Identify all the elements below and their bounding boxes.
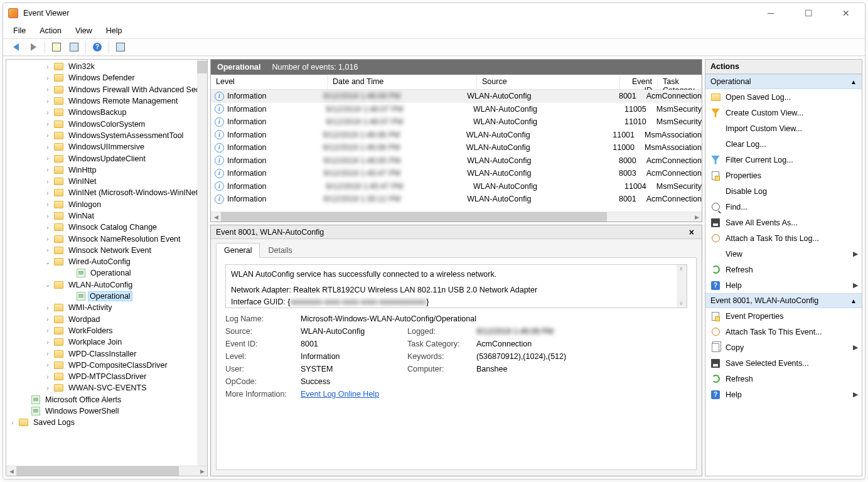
tree-item[interactable]: ›Wordpad (6, 314, 207, 325)
tree-item[interactable]: Operational (6, 291, 207, 302)
toolbar-btn-1[interactable] (49, 40, 64, 54)
help-button[interactable]: ? (90, 40, 105, 54)
column-header-eventid[interactable]: Event ID (620, 75, 658, 89)
action-item[interactable]: Properties (705, 168, 862, 183)
tree-item[interactable]: ›Winsock NameResolution Event (6, 233, 207, 244)
tree-item[interactable]: ›WindowsUpdateClient (6, 153, 207, 164)
toolbar-btn-2[interactable] (67, 40, 82, 54)
scrollbar-left-button[interactable]: ◀ (6, 466, 16, 476)
actions-section-operational[interactable]: Operational ▲ (705, 74, 862, 89)
minimize-button[interactable]: ─ (757, 4, 785, 22)
event-message-box[interactable]: WLAN AutoConfig service has successfully… (225, 264, 687, 308)
tree-item[interactable]: ›Workplace Join (6, 336, 207, 348)
back-button[interactable] (8, 40, 23, 54)
tree-expand-icon[interactable]: › (44, 144, 51, 151)
action-item[interactable]: Refresh (705, 262, 862, 277)
column-header-level[interactable]: Level (211, 75, 328, 89)
menu-action[interactable]: Action (37, 25, 64, 36)
tab-details[interactable]: Details (260, 243, 300, 258)
scrollbar-right-button[interactable]: ▶ (692, 212, 702, 222)
scrollbar-left-button[interactable]: ◀ (211, 212, 221, 222)
tree-expand-icon[interactable]: › (44, 304, 51, 311)
toolbar-btn-3[interactable] (113, 40, 128, 54)
tree-expand-icon[interactable]: › (44, 385, 51, 392)
tree-item[interactable]: ›WinINet (6, 176, 207, 187)
tree-item[interactable]: ›Saved Logs (6, 417, 207, 428)
tree-item[interactable]: ›Windows Firewall With Advanced Security (6, 84, 207, 95)
action-item[interactable]: ?Help▶ (705, 387, 862, 402)
event-row[interactable]: iInformation9/12/2019 1:46:07 PMWLAN-Aut… (211, 103, 702, 116)
tree-horizontal-scrollbar[interactable]: ◀ ▶ (6, 466, 207, 476)
action-item[interactable]: Disable Log (705, 183, 862, 199)
action-item[interactable]: Save Selected Events... (705, 355, 862, 371)
detail-close-button[interactable]: × (687, 227, 697, 237)
tree-item[interactable]: ⌄WLAN-AutoConfig (6, 279, 207, 291)
tree-item[interactable]: ›Winsock Catalog Change (6, 222, 207, 233)
tree-expand-icon[interactable]: › (44, 98, 51, 105)
tree-item[interactable]: ›WPD-ClassInstaller (6, 348, 207, 359)
action-item[interactable]: Filter Current Log... (705, 152, 862, 168)
close-button[interactable]: ✕ (832, 4, 860, 22)
grid-horizontal-scrollbar[interactable]: ◀ ▶ (211, 212, 702, 222)
scrollbar-thumb[interactable] (16, 466, 179, 476)
event-row[interactable]: iInformation9/12/2019 1:30:12 PMWLAN-Aut… (211, 193, 702, 206)
event-row[interactable]: iInformation9/12/2019 1:46:05 PMWLAN-Aut… (211, 154, 702, 168)
tree-expand-icon[interactable]: › (44, 109, 51, 116)
event-row[interactable]: iInformation9/12/2019 1:46:06 PMWLAN-Aut… (211, 129, 702, 142)
action-item[interactable]: Clear Log... (705, 136, 862, 152)
action-item[interactable]: Create Custom View... (705, 105, 862, 120)
tree-expand-icon[interactable]: › (44, 201, 51, 208)
tree-item[interactable]: Microsoft Office Alerts (6, 394, 207, 405)
actions-section-event[interactable]: Event 8001, WLAN-AutoConfig ▲ (705, 293, 862, 308)
tree-expand-icon[interactable]: › (44, 327, 51, 334)
tree-expand-icon[interactable]: › (44, 190, 51, 196)
menu-file[interactable]: File (11, 25, 28, 36)
menu-view[interactable]: View (73, 25, 95, 36)
tree-expand-icon[interactable]: › (44, 235, 51, 242)
event-log-online-help-link[interactable]: Event Log Online Help (301, 390, 379, 399)
tree-expand-icon[interactable]: › (44, 213, 51, 220)
tree-item[interactable]: ›Windows Remote Management (6, 95, 207, 107)
action-item[interactable]: Import Custom View... (705, 120, 862, 136)
action-item[interactable]: ?Help▶ (705, 277, 862, 293)
tree-expand-icon[interactable]: ⌄ (44, 281, 51, 288)
tree-item[interactable]: ⌄Wired-AutoConfig (6, 256, 207, 267)
tree-expand-icon[interactable]: › (44, 362, 51, 368)
tree-expand-icon[interactable]: ⌄ (44, 259, 51, 265)
tree-expand-icon[interactable]: › (44, 86, 51, 93)
event-row[interactable]: iInformation9/12/2019 1:46:07 PMWLAN-Aut… (211, 115, 702, 129)
message-vertical-scrollbar[interactable] (677, 265, 687, 308)
column-header-date[interactable]: Date and Time (328, 75, 477, 89)
tree-item[interactable]: ›WPD-MTPClassDriver (6, 371, 207, 382)
action-item[interactable]: Attach Task To This Event... (705, 324, 862, 340)
maximize-button[interactable]: ☐ (795, 4, 822, 22)
tree-item[interactable]: ›WindowsUIImmersive (6, 141, 207, 153)
column-header-source[interactable]: Source (477, 75, 620, 89)
tree-expand-icon[interactable]: › (44, 224, 51, 231)
event-row[interactable]: iInformation9/12/2019 1:45:47 PMWLAN-Aut… (211, 180, 702, 193)
tree-expand-icon[interactable]: › (44, 373, 51, 380)
tree-expand-icon[interactable]: › (44, 316, 51, 323)
tree-expand-icon[interactable]: › (44, 350, 51, 357)
scrollbar-thumb[interactable] (221, 212, 607, 222)
menu-help[interactable]: Help (104, 25, 125, 36)
tree-expand-icon[interactable]: › (44, 155, 51, 162)
tree-item[interactable]: ›WinHttp (6, 164, 207, 176)
action-item[interactable]: Copy▶ (705, 340, 862, 355)
column-header-task[interactable]: Task Category (658, 75, 702, 89)
tree-item[interactable]: ›WMI-Activity (6, 302, 207, 313)
tree-item[interactable]: ›WWAN-SVC-EVENTS (6, 382, 207, 394)
tree-item[interactable]: ›WinNat (6, 210, 207, 222)
tree-item[interactable]: ›Winsock Network Event (6, 245, 207, 256)
tree-item[interactable]: ›Win32k (6, 61, 207, 72)
action-item[interactable]: Event Properties (705, 308, 862, 324)
event-row[interactable]: iInformation9/12/2019 1:46:06 PMWLAN-Aut… (211, 141, 702, 154)
tree-item[interactable]: ›WorkFolders (6, 325, 207, 336)
event-row[interactable]: iInformation9/12/2019 1:46:09 PMWLAN-Aut… (211, 90, 702, 103)
action-item[interactable]: View▶ (705, 246, 862, 262)
tree-item[interactable]: ›Windows Defender (6, 72, 207, 83)
tree-item[interactable]: Windows PowerShell (6, 405, 207, 417)
event-row[interactable]: iInformation9/12/2019 1:45:47 PMWLAN-Aut… (211, 167, 702, 180)
tree-expand-icon[interactable]: › (44, 132, 51, 139)
tab-general[interactable]: General (216, 243, 260, 258)
